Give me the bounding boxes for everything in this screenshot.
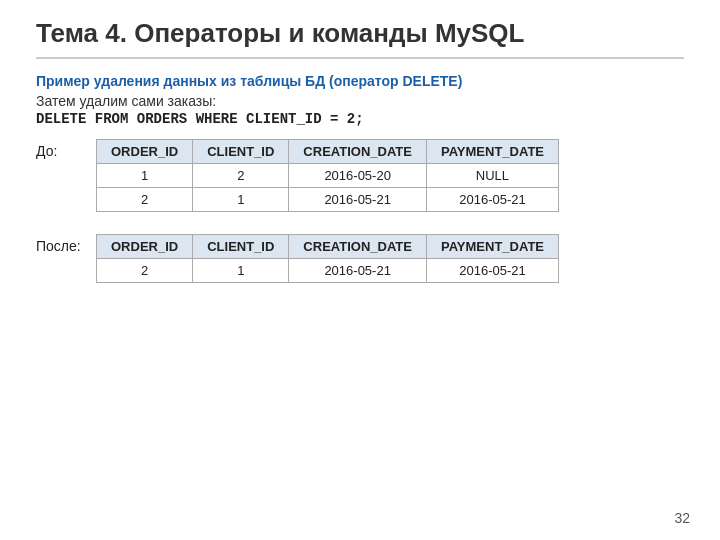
col-header-order-id-after: ORDER_ID	[97, 235, 193, 259]
before-section: До: ORDER_ID CLIENT_ID CREATION_DATE PAY…	[36, 139, 684, 212]
page: Тема 4. Операторы и команды MySQL Пример…	[0, 0, 720, 540]
table-cell: 2016-05-21	[289, 188, 427, 212]
table-cell: 2	[193, 164, 289, 188]
table-row: 212016-05-212016-05-21	[97, 259, 559, 283]
after-section: После: ORDER_ID CLIENT_ID CREATION_DATE …	[36, 234, 684, 283]
text-line1: Затем удалим сами заказы:	[36, 93, 684, 109]
page-number: 32	[674, 510, 690, 526]
after-table: ORDER_ID CLIENT_ID CREATION_DATE PAYMENT…	[96, 234, 559, 283]
page-title: Тема 4. Операторы и команды MySQL	[36, 18, 684, 59]
col-header-creation-date-after: CREATION_DATE	[289, 235, 427, 259]
table-cell: 2016-05-21	[426, 188, 558, 212]
table-cell: 1	[97, 164, 193, 188]
table-row: 122016-05-20NULL	[97, 164, 559, 188]
col-header-payment-date-after: PAYMENT_DATE	[426, 235, 558, 259]
table-cell: 2016-05-21	[289, 259, 427, 283]
table-cell: 2	[97, 259, 193, 283]
col-header-client-id-after: CLIENT_ID	[193, 235, 289, 259]
after-label: После:	[36, 234, 96, 254]
table-header-row-after: ORDER_ID CLIENT_ID CREATION_DATE PAYMENT…	[97, 235, 559, 259]
code-line: DELETE FROM ORDERS WHERE CLIENT_ID = 2;	[36, 111, 684, 127]
col-header-payment-date: PAYMENT_DATE	[426, 140, 558, 164]
table-cell: 2	[97, 188, 193, 212]
col-header-creation-date: CREATION_DATE	[289, 140, 427, 164]
col-header-client-id: CLIENT_ID	[193, 140, 289, 164]
table-cell: 1	[193, 259, 289, 283]
table-header-row: ORDER_ID CLIENT_ID CREATION_DATE PAYMENT…	[97, 140, 559, 164]
before-label: До:	[36, 139, 96, 159]
table-cell: 2016-05-21	[426, 259, 558, 283]
before-table: ORDER_ID CLIENT_ID CREATION_DATE PAYMENT…	[96, 139, 559, 212]
col-header-order-id: ORDER_ID	[97, 140, 193, 164]
table-cell: NULL	[426, 164, 558, 188]
table-row: 212016-05-212016-05-21	[97, 188, 559, 212]
table-cell: 2016-05-20	[289, 164, 427, 188]
subtitle: Пример удаления данных из таблицы БД (оп…	[36, 73, 684, 89]
table-cell: 1	[193, 188, 289, 212]
